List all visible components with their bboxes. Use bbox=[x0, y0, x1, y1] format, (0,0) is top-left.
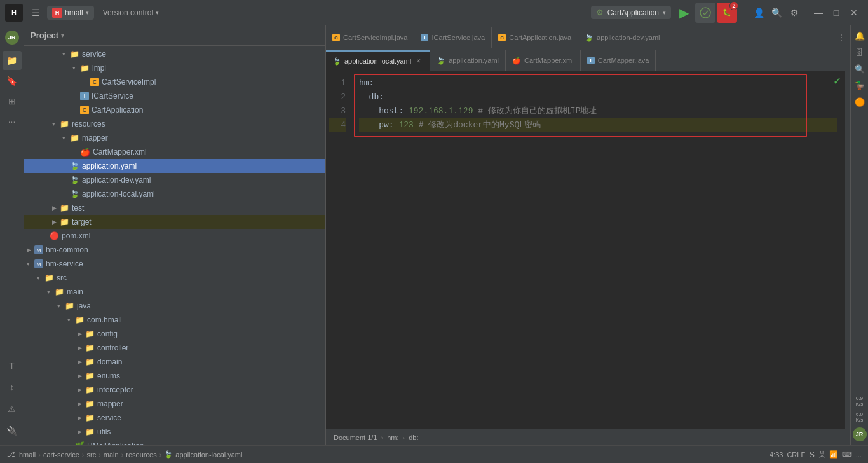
minimize-button[interactable]: — bbox=[810, 4, 827, 22]
tabs-overflow-btn[interactable]: ⋮ bbox=[832, 27, 850, 48]
folder-icon: 📁 bbox=[60, 218, 69, 226]
list-item[interactable]: 🔴 pom.xml bbox=[24, 229, 325, 243]
list-item[interactable]: ▶ 📁 utils bbox=[24, 425, 325, 439]
arrow-icon: ▾ bbox=[57, 303, 65, 309]
list-item[interactable]: ▾ 📁 java bbox=[24, 299, 325, 313]
tree-item-label: src bbox=[57, 273, 67, 282]
check-mark-icon: ✓ bbox=[833, 75, 841, 87]
list-item[interactable]: ▶ 📁 enums bbox=[24, 369, 325, 383]
version-control-label: Version control bbox=[103, 8, 153, 17]
list-item[interactable]: ▾ 📁 main bbox=[24, 285, 325, 299]
tab-label: CartServiceImpl.java bbox=[343, 34, 407, 41]
list-item[interactable]: ▾ 📁 src bbox=[24, 271, 325, 285]
breadcrumb-sep: › bbox=[159, 451, 162, 459]
list-item[interactable]: ▶ 📁 test bbox=[24, 201, 325, 215]
java-class-icon: C bbox=[90, 78, 99, 86]
search-icon2[interactable]: 🔍 bbox=[852, 61, 867, 76]
list-item[interactable]: ▶ 📁 controller bbox=[24, 341, 325, 355]
editor-area: C CartServiceImpl.java I ICartService.ja… bbox=[326, 25, 850, 445]
list-item[interactable]: C CartApplication bbox=[24, 103, 325, 117]
sidebar-item-terminal[interactable]: T bbox=[3, 356, 22, 375]
tab-app-dev-yaml[interactable]: 🍃 application-dev.yaml bbox=[578, 27, 667, 48]
tree-item-label: pom.xml bbox=[62, 232, 90, 240]
project-tree[interactable]: ▾ 📁 service ▾ 📁 impl C CartServiceImpl bbox=[24, 46, 325, 445]
module-icon: M bbox=[34, 259, 43, 268]
maximize-button[interactable]: □ bbox=[827, 4, 845, 22]
code-editor[interactable]: 1 2 3 4 hm: db: host: 192.168.1.129 # 修改 bbox=[326, 71, 850, 429]
line-numbers: 1 2 3 4 bbox=[326, 71, 351, 429]
list-item[interactable]: 🍃 application-local.yaml bbox=[24, 187, 325, 201]
arrow-icon: ▶ bbox=[78, 429, 85, 435]
folder-icon: 📁 bbox=[70, 50, 79, 59]
run-button[interactable]: ▶ bbox=[674, 3, 694, 23]
sidebar-item-structure[interactable]: ⊞ bbox=[3, 92, 22, 111]
tab-label: CartApplication.java bbox=[509, 34, 571, 41]
project-selector[interactable]: H hmall ▾ bbox=[47, 6, 94, 20]
tree-item-label: mapper bbox=[97, 399, 123, 408]
list-item[interactable]: 🍃 application-dev.yaml bbox=[24, 173, 325, 187]
list-item[interactable]: ▾ 📁 impl bbox=[24, 61, 325, 75]
list-item[interactable]: ▶ 📁 mapper bbox=[24, 397, 325, 411]
list-item[interactable]: ▾ M hm-service bbox=[24, 257, 325, 271]
xml-icon: 🍎 bbox=[512, 57, 521, 65]
list-item[interactable]: ▶ 📁 target bbox=[24, 215, 325, 229]
arrow-icon: ▶ bbox=[78, 415, 85, 421]
list-item[interactable]: ▶ 📁 domain bbox=[24, 355, 325, 369]
tab-cart-mapper-xml[interactable]: 🍎 CartMapper.xml bbox=[506, 50, 581, 71]
list-item[interactable]: ▾ 📁 resources bbox=[24, 117, 325, 131]
crlf-indicator[interactable]: CRLF bbox=[787, 451, 805, 459]
folder-icon: 📁 bbox=[75, 315, 85, 324]
git-branch-icon: ⎇ bbox=[6, 450, 15, 459]
tab-app-yaml[interactable]: 🍃 application.yaml bbox=[430, 50, 506, 71]
list-item[interactable]: C CartServiceImpl bbox=[24, 75, 325, 89]
list-item[interactable]: 🍎 CartMapper.xml bbox=[24, 145, 325, 159]
arrow-icon: ▶ bbox=[27, 247, 34, 253]
list-item[interactable]: ▶ 📁 interceptor bbox=[24, 383, 325, 397]
sidebar-item-bookmarks[interactable]: 🔖 bbox=[3, 71, 22, 90]
orange-icon[interactable]: 🟠 bbox=[852, 94, 867, 109]
list-item[interactable]: ▾ 📁 service bbox=[24, 47, 325, 61]
arrow-icon: ▾ bbox=[72, 65, 80, 71]
debug-button[interactable]: 🐛 2 bbox=[717, 3, 737, 23]
version-control-btn[interactable]: Version control ▾ bbox=[103, 8, 159, 17]
list-item[interactable]: I ICartService bbox=[24, 89, 325, 103]
list-item[interactable]: ▾ 📁 mapper bbox=[24, 131, 325, 145]
list-item[interactable]: 🍃 application.yaml bbox=[24, 159, 325, 173]
lang-en-indicator[interactable]: 英 bbox=[818, 450, 825, 459]
tree-item-label: main bbox=[67, 287, 83, 296]
sidebar-item-project[interactable]: 📁 bbox=[3, 51, 22, 70]
tree-item-label: mapper bbox=[82, 134, 108, 142]
database-icon[interactable]: 🗄 bbox=[852, 45, 867, 60]
notifications-icon[interactable]: 🔔 bbox=[852, 28, 867, 43]
code-content[interactable]: hm: db: host: 192.168.1.129 # 修改为你自己的虚拟机… bbox=[351, 71, 845, 429]
folder-icon: 📁 bbox=[70, 134, 79, 142]
sidebar-item-more[interactable]: ··· bbox=[3, 112, 22, 131]
tree-item-label: application.yaml bbox=[82, 162, 137, 170]
close-button[interactable]: ✕ bbox=[845, 4, 863, 22]
tab-label: application-dev.yaml bbox=[597, 34, 660, 41]
tab-app-local-yaml-active[interactable]: 🍃 application-local.yaml ✕ bbox=[326, 50, 430, 71]
run-config-selector[interactable]: ⚙ CartApplication ▾ bbox=[591, 6, 671, 19]
tab-cart-application[interactable]: C CartApplication.java bbox=[492, 27, 578, 48]
search-icon[interactable]: 🔍 bbox=[768, 4, 785, 22]
scrollbar-vertical[interactable] bbox=[845, 71, 850, 429]
sidebar-item-plugins[interactable]: 🔌 bbox=[3, 421, 22, 440]
project-name: hmall bbox=[65, 8, 83, 17]
arrow-icon: ▶ bbox=[78, 331, 85, 337]
sidebar-item-git[interactable]: ↕ bbox=[3, 378, 22, 397]
hamburger-icon[interactable]: ☰ bbox=[27, 4, 44, 22]
sidebar-item-problems[interactable]: ⚠ bbox=[3, 399, 22, 418]
list-item[interactable]: ▾ 📁 com.hmall bbox=[24, 313, 325, 327]
tab-cart-mapper-java[interactable]: I CartMapper.java bbox=[581, 50, 656, 71]
duck-icon[interactable]: 🦆 bbox=[852, 78, 867, 93]
profile-icon[interactable]: 👤 bbox=[750, 4, 768, 22]
list-item[interactable]: ▶ 📁 service bbox=[24, 411, 325, 425]
list-item[interactable]: ▶ M hm-common bbox=[24, 243, 325, 257]
list-item[interactable]: 🌿 HMallApplication bbox=[24, 439, 325, 445]
settings-icon[interactable]: ⚙ bbox=[785, 4, 803, 22]
build-button[interactable] bbox=[695, 3, 715, 23]
list-item[interactable]: ▶ 📁 config bbox=[24, 327, 325, 341]
tab-close-icon[interactable]: ✕ bbox=[414, 57, 423, 65]
tab-cart-service-impl[interactable]: C CartServiceImpl.java bbox=[326, 27, 414, 48]
tab-icart-service[interactable]: I ICartService.java bbox=[414, 27, 492, 48]
